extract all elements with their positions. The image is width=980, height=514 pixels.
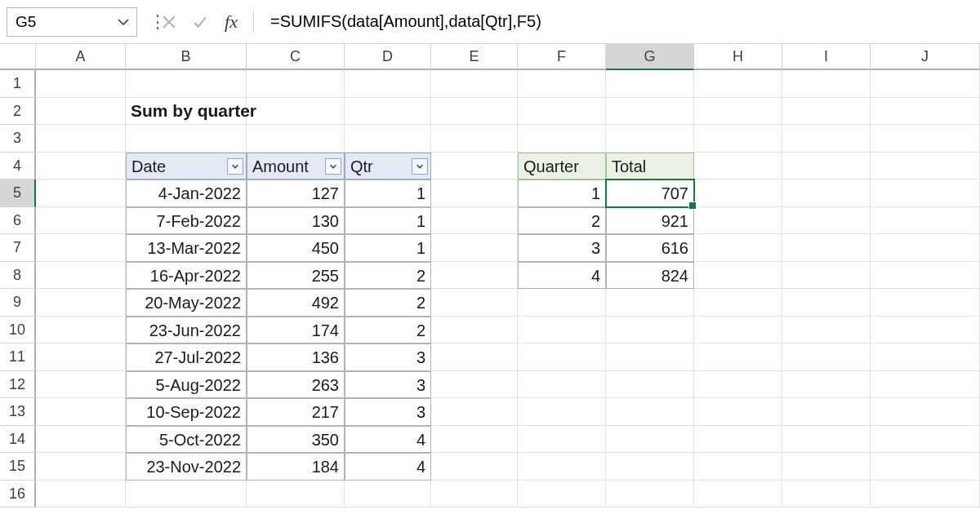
cell-C11[interactable]: 136 bbox=[247, 343, 345, 371]
cell-F6[interactable]: 2 bbox=[518, 207, 606, 235]
cell-A1[interactable] bbox=[36, 70, 126, 98]
cell-H11[interactable] bbox=[694, 343, 782, 371]
cell-A13[interactable] bbox=[36, 398, 126, 426]
cell-I1[interactable] bbox=[782, 70, 871, 98]
cell-D13[interactable]: 3 bbox=[345, 398, 431, 426]
column-header-G[interactable]: G bbox=[606, 44, 694, 70]
cell-F13[interactable] bbox=[518, 398, 606, 426]
row-header-4[interactable]: 4 bbox=[0, 153, 36, 180]
cell-J3[interactable] bbox=[871, 125, 980, 153]
cell-G11[interactable] bbox=[606, 343, 694, 371]
cell-I9[interactable] bbox=[782, 289, 871, 317]
cell-E16[interactable] bbox=[431, 481, 518, 508]
row-header-13[interactable]: 13 bbox=[0, 398, 36, 426]
cell-B9[interactable]: 20-May-2022 bbox=[126, 289, 247, 317]
filter-button[interactable] bbox=[325, 158, 341, 175]
cell-H1[interactable] bbox=[694, 70, 782, 98]
cell-C9[interactable]: 492 bbox=[247, 289, 345, 317]
cell-F1[interactable] bbox=[518, 70, 606, 98]
cell-D7[interactable]: 1 bbox=[345, 234, 431, 262]
row-header-7[interactable]: 7 bbox=[0, 234, 36, 262]
cell-E4[interactable] bbox=[431, 153, 518, 180]
cell-F11[interactable] bbox=[518, 343, 606, 371]
cell-B4[interactable]: Date bbox=[126, 153, 247, 180]
cell-A3[interactable] bbox=[36, 125, 126, 153]
cell-E13[interactable] bbox=[431, 398, 518, 426]
cell-A7[interactable] bbox=[36, 234, 126, 262]
name-box[interactable] bbox=[7, 7, 137, 37]
cell-J6[interactable] bbox=[871, 207, 980, 235]
row-header-10[interactable]: 10 bbox=[0, 317, 36, 344]
cell-I13[interactable] bbox=[782, 398, 871, 426]
cell-D10[interactable]: 2 bbox=[345, 317, 431, 344]
cell-H14[interactable] bbox=[694, 426, 782, 454]
cell-F9[interactable] bbox=[518, 289, 606, 317]
cell-C2[interactable] bbox=[247, 98, 345, 126]
cell-H16[interactable] bbox=[694, 481, 782, 508]
cell-B10[interactable]: 23-Jun-2022 bbox=[126, 317, 247, 344]
cell-F5[interactable]: 1 bbox=[518, 179, 606, 207]
cell-J14[interactable] bbox=[871, 426, 980, 454]
cell-G6[interactable]: 921 bbox=[606, 207, 694, 235]
cell-A10[interactable] bbox=[36, 317, 126, 344]
cell-A14[interactable] bbox=[36, 426, 126, 454]
cell-H6[interactable] bbox=[694, 207, 782, 235]
cell-B2[interactable]: Sum by quarter bbox=[126, 98, 247, 126]
cell-J9[interactable] bbox=[871, 289, 980, 317]
cell-H12[interactable] bbox=[694, 371, 782, 399]
cell-F14[interactable] bbox=[518, 426, 606, 454]
cell-A9[interactable] bbox=[36, 289, 126, 317]
cell-D8[interactable]: 2 bbox=[345, 262, 431, 290]
cell-H9[interactable] bbox=[694, 289, 782, 317]
column-header-A[interactable]: A bbox=[36, 44, 126, 70]
row-header-6[interactable]: 6 bbox=[0, 207, 36, 235]
cell-E2[interactable] bbox=[431, 98, 518, 126]
cell-D9[interactable]: 2 bbox=[345, 289, 431, 317]
cell-D15[interactable]: 4 bbox=[345, 453, 431, 481]
cell-J13[interactable] bbox=[871, 398, 980, 426]
name-box-input[interactable] bbox=[14, 12, 87, 32]
cell-I11[interactable] bbox=[782, 343, 871, 371]
cell-B12[interactable]: 5-Aug-2022 bbox=[126, 371, 247, 399]
cell-E5[interactable] bbox=[431, 179, 518, 207]
cell-J5[interactable] bbox=[871, 179, 980, 207]
cell-I5[interactable] bbox=[782, 179, 871, 207]
cell-F3[interactable] bbox=[518, 125, 606, 153]
cell-A11[interactable] bbox=[36, 343, 126, 371]
cell-B3[interactable] bbox=[126, 125, 247, 153]
cell-F16[interactable] bbox=[518, 481, 606, 508]
column-header-H[interactable]: H bbox=[694, 44, 782, 70]
cell-G7[interactable]: 616 bbox=[606, 234, 694, 262]
cell-H7[interactable] bbox=[694, 234, 782, 262]
cell-C4[interactable]: Amount bbox=[247, 153, 345, 180]
row-header-1[interactable]: 1 bbox=[0, 70, 36, 98]
cell-C15[interactable]: 184 bbox=[247, 453, 345, 481]
cell-B14[interactable]: 5-Oct-2022 bbox=[126, 426, 247, 454]
cell-B6[interactable]: 7-Feb-2022 bbox=[126, 207, 247, 235]
filter-button[interactable] bbox=[412, 158, 428, 175]
cell-E9[interactable] bbox=[431, 289, 518, 317]
cell-D6[interactable]: 1 bbox=[345, 207, 431, 235]
cell-I6[interactable] bbox=[782, 207, 871, 235]
row-header-8[interactable]: 8 bbox=[0, 262, 36, 290]
cell-D2[interactable] bbox=[345, 98, 431, 126]
cell-C14[interactable]: 350 bbox=[247, 426, 345, 454]
cell-J16[interactable] bbox=[871, 481, 980, 508]
cell-A4[interactable] bbox=[36, 153, 126, 180]
cell-G4[interactable]: Total bbox=[606, 153, 694, 180]
cell-H13[interactable] bbox=[694, 398, 782, 426]
cell-D5[interactable]: 1 bbox=[345, 179, 431, 207]
filter-button[interactable] bbox=[227, 158, 243, 175]
cell-G2[interactable] bbox=[606, 98, 694, 126]
cell-J8[interactable] bbox=[871, 262, 980, 290]
cell-H4[interactable] bbox=[694, 153, 782, 180]
cell-D3[interactable] bbox=[345, 125, 431, 153]
row-header-14[interactable]: 14 bbox=[0, 426, 36, 454]
cell-E6[interactable] bbox=[431, 207, 518, 235]
cell-C6[interactable]: 130 bbox=[247, 207, 345, 235]
row-header-15[interactable]: 15 bbox=[0, 453, 36, 481]
column-header-D[interactable]: D bbox=[345, 44, 431, 70]
cell-F12[interactable] bbox=[518, 371, 606, 399]
cell-B1[interactable] bbox=[126, 70, 247, 98]
row-header-9[interactable]: 9 bbox=[0, 289, 36, 317]
